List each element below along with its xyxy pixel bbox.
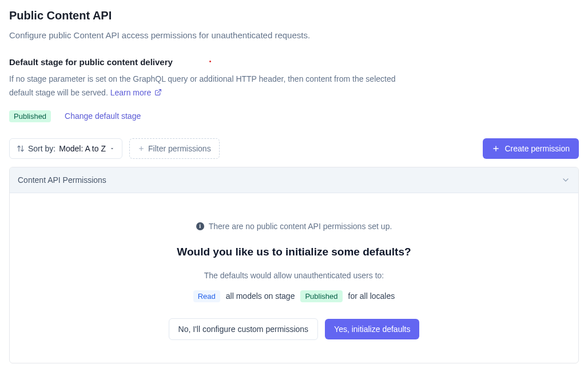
create-permission-label: Create permission	[504, 144, 570, 153]
permissions-panel-body: i There are no public content API permis…	[10, 193, 578, 363]
yes-initialize-defaults-button[interactable]: Yes, initialize defaults	[325, 319, 419, 339]
empty-state-desc: The defaults would allow unauthenticated…	[21, 271, 567, 280]
plus-icon	[138, 145, 145, 152]
learn-more-link[interactable]: Learn more	[110, 88, 162, 97]
empty-state-line: i There are no public content API permis…	[21, 222, 567, 231]
svg-line-0	[158, 89, 161, 93]
sort-button[interactable]: Sort by: Model: A to Z	[9, 138, 122, 159]
empty-state-buttons: No, I'll configure custom permissions Ye…	[21, 318, 567, 340]
permissions-panel: Content API Permissions i There are no p…	[9, 167, 579, 363]
empty-state-text: There are no public content API permissi…	[209, 222, 392, 231]
sort-icon	[17, 145, 25, 153]
no-custom-permissions-button[interactable]: No, I'll configure custom permissions	[169, 318, 319, 340]
create-permission-button[interactable]: Create permission	[483, 138, 579, 159]
change-default-stage-link[interactable]: Change default stage	[65, 111, 141, 121]
text-segment: all models on stage	[226, 291, 295, 301]
published-badge: Published	[300, 290, 342, 302]
plus-icon	[492, 145, 500, 153]
filter-permissions-button[interactable]: Filter permissions	[129, 138, 220, 159]
sort-prefix: Sort by:	[28, 144, 55, 153]
page-title: Public Content API	[9, 9, 579, 22]
published-badge: Published	[9, 110, 51, 122]
info-icon: i	[196, 222, 204, 230]
defaults-preview-row: Read all models on stage Published for a…	[21, 290, 567, 302]
permissions-panel-header[interactable]: Content API Permissions	[10, 167, 578, 193]
default-stage-heading: Default stage for public content deliver…	[9, 57, 579, 67]
toolbar: Sort by: Model: A to Z Filter permission…	[9, 138, 579, 159]
read-badge: Read	[193, 290, 220, 302]
chevron-down-icon	[561, 175, 570, 185]
chevron-down-icon	[109, 146, 115, 151]
default-stage-description: If no stage parameter is set on the Grap…	[9, 73, 421, 100]
decorative-dot	[209, 61, 211, 62]
filter-label: Filter permissions	[148, 144, 211, 153]
yes-label: Yes, initialize defaults	[334, 325, 410, 334]
learn-more-label: Learn more	[110, 88, 152, 97]
panel-title: Content API Permissions	[18, 175, 106, 185]
empty-state-heading: Would you like us to initialize some def…	[21, 246, 567, 258]
external-link-icon	[154, 89, 162, 96]
default-stage-text: If no stage parameter is set on the Grap…	[9, 74, 396, 97]
default-stage-row: Published Change default stage	[9, 110, 579, 122]
text-segment: for all locales	[348, 291, 395, 301]
sort-value: Model: A to Z	[59, 144, 106, 153]
page-subtitle: Configure public Content API access perm…	[9, 30, 579, 40]
